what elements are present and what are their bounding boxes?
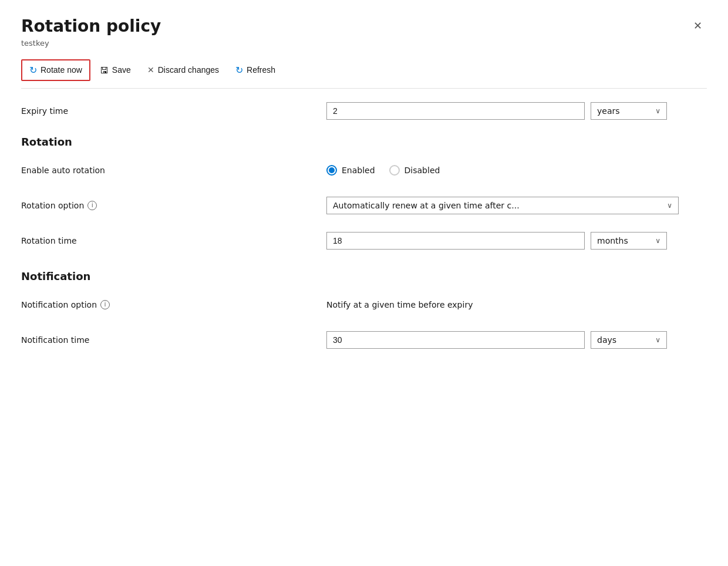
discard-label: Discard changes	[158, 65, 219, 75]
rotation-time-unit-value: months	[597, 236, 628, 245]
notification-option-value: Notify at a given time before expiry	[326, 300, 473, 309]
rotation-time-controls: months ∨	[326, 232, 707, 250]
refresh-button[interactable]: ↻ Refresh	[228, 60, 282, 80]
radio-disabled[interactable]: Disabled	[389, 165, 440, 176]
close-icon: ✕	[693, 19, 702, 32]
radio-enabled[interactable]: Enabled	[326, 165, 375, 176]
rotation-section: Rotation Enable auto rotation Enabled Di…	[21, 136, 707, 251]
rotation-option-controls: Automatically renew at a given time afte…	[326, 197, 707, 214]
rotation-option-dropdown[interactable]: Automatically renew at a given time afte…	[326, 197, 679, 214]
notification-option-row: Notification option i Notify at a given …	[21, 294, 707, 315]
rotation-policy-panel: Rotation policy testkey ✕ ↻ Rotate now 🖫…	[0, 0, 728, 566]
auto-rotation-controls: Enabled Disabled	[326, 165, 707, 176]
rotation-option-label: Rotation option i	[21, 201, 326, 210]
rotate-now-button[interactable]: ↻ Rotate now	[21, 59, 90, 81]
rotation-time-input[interactable]	[326, 232, 585, 250]
notification-option-info-icon: i	[100, 300, 110, 309]
panel-subtitle: testkey	[21, 39, 707, 48]
auto-rotation-row: Enable auto rotation Enabled Disabled	[21, 160, 707, 181]
radio-disabled-label: Disabled	[405, 166, 440, 175]
expiry-time-row: Expiry time years ∨	[21, 100, 707, 122]
notification-time-controls: days ∨	[326, 331, 707, 349]
rotation-time-unit-dropdown[interactable]: months ∨	[591, 232, 667, 250]
radio-disabled-circle	[389, 165, 400, 176]
toolbar: ↻ Rotate now 🖫 Save ✕ Discard changes ↻ …	[21, 59, 707, 89]
notification-section-title: Notification	[21, 270, 707, 282]
notification-time-row: Notification time days ∨	[21, 329, 707, 351]
rotate-now-label: Rotate now	[41, 65, 82, 75]
rotation-option-info-icon: i	[87, 201, 97, 210]
rotate-now-icon: ↻	[29, 65, 37, 76]
refresh-label: Refresh	[247, 65, 275, 75]
notification-section: Notification Notification option i Notif…	[21, 270, 707, 351]
notification-option-controls: Notify at a given time before expiry	[326, 300, 707, 309]
expiry-time-controls: years ∨	[326, 102, 707, 120]
rotation-time-label: Rotation time	[21, 236, 326, 245]
rotation-option-row: Rotation option i Automatically renew at…	[21, 195, 707, 216]
notification-time-unit-dropdown[interactable]: days ∨	[591, 331, 667, 349]
notification-time-input[interactable]	[326, 331, 585, 349]
rotation-time-unit-chevron-icon: ∨	[655, 237, 660, 245]
rotation-time-row: Rotation time months ∨	[21, 230, 707, 251]
save-button[interactable]: 🖫 Save	[93, 61, 138, 79]
discard-icon: ✕	[147, 65, 154, 75]
save-label: Save	[112, 65, 131, 75]
auto-rotation-label: Enable auto rotation	[21, 166, 326, 175]
close-button[interactable]: ✕	[688, 16, 707, 35]
notification-time-unit-chevron-icon: ∨	[655, 336, 660, 344]
rotation-option-chevron-icon: ∨	[667, 201, 672, 210]
expiry-time-label: Expiry time	[21, 106, 326, 116]
discard-changes-button[interactable]: ✕ Discard changes	[140, 61, 226, 79]
panel-header: Rotation policy testkey	[21, 16, 707, 48]
notification-option-label: Notification option i	[21, 300, 326, 309]
auto-rotation-radio-group: Enabled Disabled	[326, 165, 440, 176]
expiry-unit-chevron-icon: ∨	[655, 107, 660, 115]
rotation-section-title: Rotation	[21, 136, 707, 148]
expiry-unit-dropdown[interactable]: years ∨	[591, 102, 667, 120]
panel-title: Rotation policy	[21, 16, 707, 36]
notification-time-unit-value: days	[597, 335, 616, 345]
radio-enabled-circle	[326, 165, 337, 176]
save-icon: 🖫	[100, 65, 109, 75]
radio-enabled-label: Enabled	[342, 166, 375, 175]
notification-time-label: Notification time	[21, 335, 326, 345]
rotation-option-value: Automatically renew at a given time afte…	[333, 201, 520, 210]
expiry-unit-value: years	[597, 106, 620, 116]
refresh-icon: ↻	[235, 65, 243, 76]
expiry-time-input[interactable]	[326, 102, 585, 120]
